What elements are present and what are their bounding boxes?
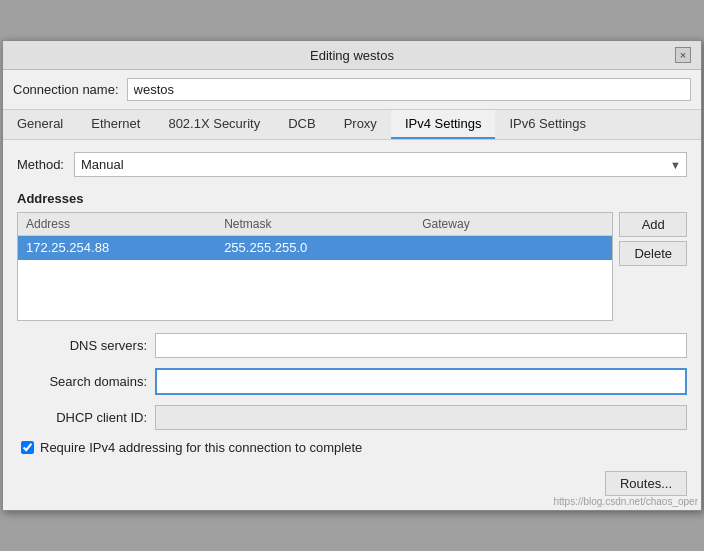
require-ipv4-label: Require IPv4 addressing for this connect… bbox=[40, 440, 362, 455]
tab-8021x[interactable]: 802.1X Security bbox=[154, 110, 274, 139]
search-domains-row: Search domains: bbox=[17, 368, 687, 395]
require-ipv4-row: Require IPv4 addressing for this connect… bbox=[17, 440, 687, 455]
tab-ipv4[interactable]: IPv4 Settings bbox=[391, 110, 496, 139]
method-label: Method: bbox=[17, 157, 64, 172]
dns-servers-row: DNS servers: bbox=[17, 333, 687, 358]
addresses-table: Address Netmask Gateway 172.25.254.88 25… bbox=[17, 212, 613, 321]
dialog: Editing westos × Connection name: Genera… bbox=[2, 40, 702, 511]
col-netmask: Netmask bbox=[216, 213, 414, 235]
cell-netmask: 255.255.255.0 bbox=[216, 236, 414, 260]
connection-name-label: Connection name: bbox=[13, 82, 119, 97]
tab-ethernet[interactable]: Ethernet bbox=[77, 110, 154, 139]
dns-servers-input[interactable] bbox=[155, 333, 687, 358]
tab-proxy[interactable]: Proxy bbox=[330, 110, 391, 139]
dhcp-client-id-input bbox=[155, 405, 687, 430]
tab-general[interactable]: General bbox=[3, 110, 77, 139]
table-empty-area bbox=[18, 260, 612, 320]
require-ipv4-checkbox[interactable] bbox=[21, 441, 34, 454]
dhcp-client-id-row: DHCP client ID: bbox=[17, 405, 687, 430]
tabs-bar: General Ethernet 802.1X Security DCB Pro… bbox=[3, 110, 701, 140]
delete-button[interactable]: Delete bbox=[619, 241, 687, 266]
bottom-row: Routes... bbox=[17, 467, 687, 498]
addresses-section-label: Addresses bbox=[17, 191, 687, 206]
connection-name-input[interactable] bbox=[127, 78, 691, 101]
cell-gateway bbox=[414, 236, 612, 260]
search-domains-label: Search domains: bbox=[17, 374, 147, 389]
cell-address: 172.25.254.88 bbox=[18, 236, 216, 260]
dhcp-client-id-label: DHCP client ID: bbox=[17, 410, 147, 425]
tab-content: Method: Automatic (DHCP) Manual Link-Loc… bbox=[3, 140, 701, 510]
dns-servers-label: DNS servers: bbox=[17, 338, 147, 353]
connection-name-row: Connection name: bbox=[3, 70, 701, 110]
tab-ipv6[interactable]: IPv6 Settings bbox=[495, 110, 600, 139]
method-select[interactable]: Automatic (DHCP) Manual Link-Local Only … bbox=[74, 152, 687, 177]
method-row: Method: Automatic (DHCP) Manual Link-Loc… bbox=[17, 152, 687, 177]
titlebar: Editing westos × bbox=[3, 41, 701, 70]
col-gateway: Gateway bbox=[414, 213, 612, 235]
search-domains-input[interactable] bbox=[155, 368, 687, 395]
table-header: Address Netmask Gateway bbox=[18, 213, 612, 236]
addresses-table-wrap: Address Netmask Gateway 172.25.254.88 25… bbox=[17, 212, 687, 321]
tab-dcb[interactable]: DCB bbox=[274, 110, 329, 139]
table-row[interactable]: 172.25.254.88 255.255.255.0 bbox=[18, 236, 612, 260]
routes-button[interactable]: Routes... bbox=[605, 471, 687, 496]
col-address: Address bbox=[18, 213, 216, 235]
table-buttons: Add Delete bbox=[619, 212, 687, 321]
add-button[interactable]: Add bbox=[619, 212, 687, 237]
method-select-wrap: Automatic (DHCP) Manual Link-Local Only … bbox=[74, 152, 687, 177]
close-button[interactable]: × bbox=[675, 47, 691, 63]
dialog-title: Editing westos bbox=[29, 48, 675, 63]
